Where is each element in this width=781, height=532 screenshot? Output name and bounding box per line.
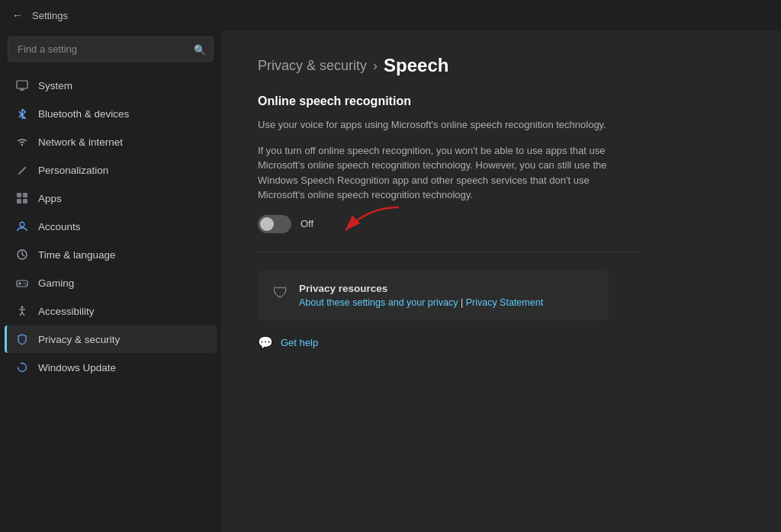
sidebar-item-windows-update[interactable]: Windows Update — [5, 354, 217, 381]
toggle-row: Off — [258, 215, 744, 233]
privacy-title: Privacy resources — [299, 283, 543, 294]
sidebar-item-label-apps: Apps — [38, 193, 62, 204]
system-icon — [15, 79, 29, 92]
search-box[interactable]: 🔍 — [8, 37, 214, 62]
sidebar-item-accessibility[interactable]: Accessibility — [5, 297, 217, 325]
get-help-link[interactable]: Get help — [281, 337, 318, 348]
svg-point-7 — [20, 223, 24, 227]
search-icon: 🔍 — [194, 43, 206, 55]
privacy-resources-box: 🛡 Privacy resources About these settings… — [258, 271, 609, 320]
sidebar-item-label-personalization: Personalization — [38, 165, 108, 176]
sidebar-item-privacy-security[interactable]: Privacy & security — [5, 325, 217, 353]
sidebar-item-bluetooth[interactable]: Bluetooth & devices — [5, 100, 217, 127]
breadcrumb: Privacy & security › Speech — [258, 55, 744, 76]
sidebar-item-accounts[interactable]: Accounts — [5, 213, 217, 240]
privacy-statement-link[interactable]: Privacy Statement — [466, 297, 543, 308]
accounts-icon — [15, 220, 29, 233]
bluetooth-icon — [15, 107, 29, 120]
nav-list: SystemBluetooth & devicesNetwork & inter… — [0, 71, 221, 382]
sidebar-item-personalization[interactable]: Personalization — [5, 156, 217, 184]
privacy-settings-link[interactable]: About these settings and your privacy — [299, 297, 458, 308]
content-area: Privacy & security › Speech Online speec… — [221, 30, 781, 532]
sidebar-item-network[interactable]: Network & internet — [5, 128, 217, 155]
breadcrumb-parent: Privacy & security — [258, 58, 367, 74]
gaming-icon — [15, 276, 29, 290]
apps-icon — [15, 191, 29, 205]
svg-point-16 — [21, 306, 24, 309]
personalization-icon — [15, 163, 29, 177]
breadcrumb-separator: › — [373, 58, 378, 74]
privacy-links: About these settings and your privacy | … — [299, 297, 543, 308]
sidebar-item-label-windows-update: Windows Update — [38, 362, 116, 373]
sidebar-item-apps[interactable]: Apps — [5, 184, 217, 212]
description-text-1: Use your voice for apps using Microsoft'… — [258, 117, 609, 133]
svg-rect-0 — [17, 81, 27, 88]
svg-rect-5 — [17, 199, 21, 204]
title-bar: ← Settings — [0, 0, 781, 30]
time-language-icon — [15, 248, 29, 261]
section-title: Online speech recognition — [258, 95, 744, 108]
back-button[interactable]: ← — [12, 9, 23, 21]
svg-point-17 — [18, 364, 27, 372]
svg-point-14 — [24, 283, 25, 284]
sidebar-item-label-network: Network & internet — [38, 136, 123, 148]
get-help-row: 💬 Get help — [258, 335, 744, 350]
svg-rect-6 — [23, 199, 27, 204]
svg-point-15 — [25, 284, 27, 285]
sidebar-item-label-bluetooth: Bluetooth & devices — [38, 108, 129, 120]
svg-rect-4 — [23, 193, 27, 197]
search-input[interactable] — [8, 37, 214, 62]
sidebar-item-label-privacy-security: Privacy & security — [38, 334, 120, 345]
privacy-content: Privacy resources About these settings a… — [299, 283, 543, 308]
svg-line-10 — [22, 255, 24, 256]
main-layout: 🔍 SystemBluetooth & devicesNetwork & int… — [0, 30, 781, 532]
svg-rect-3 — [17, 193, 21, 197]
sidebar-item-time-language[interactable]: Time & language — [5, 241, 217, 268]
sidebar-item-gaming[interactable]: Gaming — [5, 269, 217, 296]
page-heading: Online speech recognition — [258, 95, 744, 108]
network-icon — [15, 135, 29, 149]
sidebar-item-label-system: System — [38, 80, 72, 91]
sidebar-item-label-accounts: Accounts — [38, 221, 81, 232]
app-title: Settings — [32, 10, 68, 21]
speech-recognition-toggle[interactable] — [258, 215, 291, 233]
description-text-2: If you turn off online speech recognitio… — [258, 143, 609, 203]
sidebar-item-label-time-language: Time & language — [38, 249, 116, 261]
windows-update-icon — [15, 361, 29, 374]
privacy-security-icon — [15, 332, 29, 346]
section-divider — [258, 252, 639, 252]
sidebar: 🔍 SystemBluetooth & devicesNetwork & int… — [0, 30, 221, 532]
sidebar-item-label-gaming: Gaming — [38, 277, 74, 289]
get-help-icon: 💬 — [258, 335, 273, 350]
annotation-arrow — [300, 201, 407, 239]
privacy-link-separator: | — [458, 297, 465, 308]
sidebar-item-system[interactable]: System — [5, 72, 217, 99]
accessibility-icon — [15, 304, 29, 318]
privacy-shield-icon: 🛡 — [273, 284, 288, 302]
breadcrumb-current: Speech — [384, 55, 448, 76]
sidebar-item-label-accessibility: Accessibility — [38, 306, 95, 317]
